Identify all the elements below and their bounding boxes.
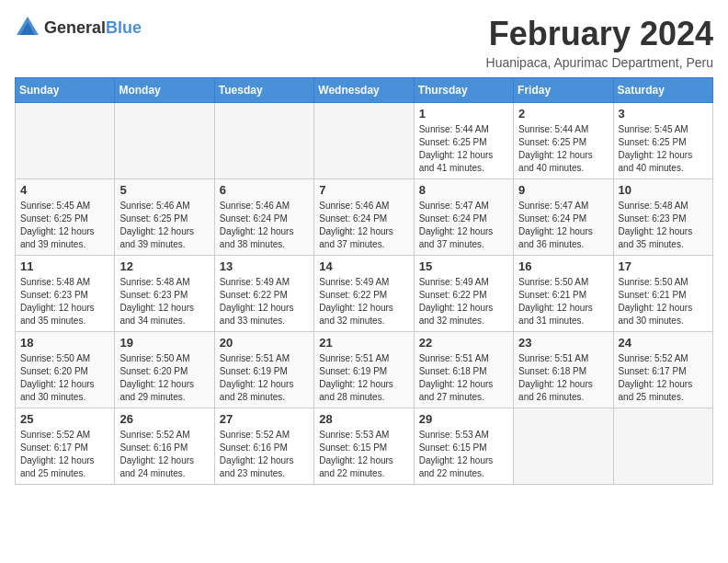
day-info: Sunrise: 5:45 AM Sunset: 6:25 PM Dayligh… — [619, 123, 708, 175]
calendar-cell — [314, 103, 414, 179]
day-number: 25 — [20, 412, 109, 426]
day-number: 4 — [20, 183, 109, 197]
month-title: February 2024 — [486, 15, 713, 53]
day-info: Sunrise: 5:44 AM Sunset: 6:25 PM Dayligh… — [419, 123, 508, 175]
calendar-cell — [613, 408, 712, 485]
week-row-2: 4Sunrise: 5:45 AM Sunset: 6:25 PM Daylig… — [16, 179, 713, 256]
weekday-header-tuesday: Tuesday — [214, 78, 313, 103]
calendar-table: SundayMondayTuesdayWednesdayThursdayFrid… — [15, 77, 713, 485]
calendar-cell — [16, 103, 115, 179]
calendar-cell: 18Sunrise: 5:50 AM Sunset: 6:20 PM Dayli… — [16, 332, 115, 408]
day-number: 5 — [119, 183, 209, 197]
day-info: Sunrise: 5:51 AM Sunset: 6:19 PM Dayligh… — [220, 352, 309, 404]
day-number: 26 — [119, 412, 209, 426]
calendar-cell: 15Sunrise: 5:49 AM Sunset: 6:22 PM Dayli… — [414, 256, 513, 332]
calendar-header: SundayMondayTuesdayWednesdayThursdayFrid… — [16, 78, 713, 103]
day-info: Sunrise: 5:48 AM Sunset: 6:23 PM Dayligh… — [119, 276, 209, 327]
calendar-cell — [115, 103, 214, 179]
calendar-cell — [514, 408, 613, 485]
day-number: 6 — [220, 183, 309, 197]
day-info: Sunrise: 5:47 AM Sunset: 6:24 PM Dayligh… — [419, 200, 508, 251]
title-block: February 2024 Huanipaca, Apurimac Depart… — [486, 15, 713, 70]
day-number: 8 — [419, 183, 508, 197]
day-number: 20 — [220, 336, 309, 350]
weekday-header-thursday: Thursday — [414, 78, 513, 103]
day-number: 14 — [319, 259, 408, 273]
day-info: Sunrise: 5:49 AM Sunset: 6:22 PM Dayligh… — [220, 276, 309, 327]
day-info: Sunrise: 5:45 AM Sunset: 6:25 PM Dayligh… — [20, 200, 109, 251]
day-number: 23 — [518, 336, 608, 350]
day-number: 1 — [419, 107, 508, 121]
day-info: Sunrise: 5:50 AM Sunset: 6:20 PM Dayligh… — [119, 352, 209, 404]
day-info: Sunrise: 5:47 AM Sunset: 6:24 PM Dayligh… — [518, 200, 608, 251]
day-info: Sunrise: 5:50 AM Sunset: 6:20 PM Dayligh… — [20, 352, 109, 404]
week-row-3: 11Sunrise: 5:48 AM Sunset: 6:23 PM Dayli… — [16, 256, 713, 332]
calendar-cell: 1Sunrise: 5:44 AM Sunset: 6:25 PM Daylig… — [414, 103, 513, 179]
calendar-cell: 27Sunrise: 5:52 AM Sunset: 6:16 PM Dayli… — [214, 408, 313, 485]
day-info: Sunrise: 5:52 AM Sunset: 6:17 PM Dayligh… — [619, 352, 708, 404]
weekday-header-saturday: Saturday — [613, 78, 712, 103]
day-number: 7 — [319, 183, 408, 197]
day-info: Sunrise: 5:51 AM Sunset: 6:18 PM Dayligh… — [419, 352, 508, 404]
week-row-4: 18Sunrise: 5:50 AM Sunset: 6:20 PM Dayli… — [16, 332, 713, 408]
calendar-cell: 5Sunrise: 5:46 AM Sunset: 6:25 PM Daylig… — [115, 179, 214, 256]
calendar-cell — [214, 103, 313, 179]
calendar-cell: 19Sunrise: 5:50 AM Sunset: 6:20 PM Dayli… — [115, 332, 214, 408]
calendar-cell: 2Sunrise: 5:44 AM Sunset: 6:25 PM Daylig… — [514, 103, 613, 179]
calendar-body: 1Sunrise: 5:44 AM Sunset: 6:25 PM Daylig… — [16, 103, 713, 485]
calendar-cell: 29Sunrise: 5:53 AM Sunset: 6:15 PM Dayli… — [414, 408, 513, 485]
calendar-cell: 11Sunrise: 5:48 AM Sunset: 6:23 PM Dayli… — [16, 256, 115, 332]
day-info: Sunrise: 5:50 AM Sunset: 6:21 PM Dayligh… — [619, 276, 708, 327]
day-number: 9 — [518, 183, 608, 197]
calendar-cell: 14Sunrise: 5:49 AM Sunset: 6:22 PM Dayli… — [314, 256, 414, 332]
day-info: Sunrise: 5:46 AM Sunset: 6:25 PM Dayligh… — [119, 200, 209, 251]
day-number: 3 — [619, 107, 708, 121]
weekday-header-row: SundayMondayTuesdayWednesdayThursdayFrid… — [16, 78, 713, 103]
calendar-cell: 17Sunrise: 5:50 AM Sunset: 6:21 PM Dayli… — [613, 256, 712, 332]
calendar-cell: 6Sunrise: 5:46 AM Sunset: 6:24 PM Daylig… — [214, 179, 313, 256]
page-header: GeneralBlue February 2024 Huanipaca, Apu… — [15, 15, 713, 70]
calendar-cell: 24Sunrise: 5:52 AM Sunset: 6:17 PM Dayli… — [613, 332, 712, 408]
day-number: 24 — [619, 336, 708, 350]
weekday-header-monday: Monday — [115, 78, 214, 103]
weekday-header-sunday: Sunday — [16, 78, 115, 103]
calendar-cell: 13Sunrise: 5:49 AM Sunset: 6:22 PM Dayli… — [214, 256, 313, 332]
calendar-cell: 23Sunrise: 5:51 AM Sunset: 6:18 PM Dayli… — [514, 332, 613, 408]
week-row-1: 1Sunrise: 5:44 AM Sunset: 6:25 PM Daylig… — [16, 103, 713, 179]
day-info: Sunrise: 5:53 AM Sunset: 6:15 PM Dayligh… — [319, 429, 408, 480]
day-number: 2 — [518, 107, 608, 121]
day-info: Sunrise: 5:53 AM Sunset: 6:15 PM Dayligh… — [419, 429, 508, 480]
day-number: 15 — [419, 259, 508, 273]
day-number: 13 — [220, 259, 309, 273]
calendar-cell: 26Sunrise: 5:52 AM Sunset: 6:16 PM Dayli… — [115, 408, 214, 485]
day-number: 16 — [518, 259, 608, 273]
logo-icon — [15, 15, 40, 40]
day-number: 18 — [20, 336, 109, 350]
location-subtitle: Huanipaca, Apurimac Department, Peru — [486, 55, 713, 70]
day-number: 22 — [419, 336, 508, 350]
day-info: Sunrise: 5:51 AM Sunset: 6:19 PM Dayligh… — [319, 352, 408, 404]
day-info: Sunrise: 5:44 AM Sunset: 6:25 PM Dayligh… — [518, 123, 608, 175]
day-number: 27 — [220, 412, 309, 426]
day-number: 29 — [419, 412, 508, 426]
calendar-cell: 21Sunrise: 5:51 AM Sunset: 6:19 PM Dayli… — [314, 332, 414, 408]
weekday-header-wednesday: Wednesday — [314, 78, 414, 103]
day-number: 17 — [619, 259, 708, 273]
calendar-cell: 16Sunrise: 5:50 AM Sunset: 6:21 PM Dayli… — [514, 256, 613, 332]
day-info: Sunrise: 5:49 AM Sunset: 6:22 PM Dayligh… — [319, 276, 408, 327]
day-info: Sunrise: 5:52 AM Sunset: 6:16 PM Dayligh… — [220, 429, 309, 480]
calendar-cell: 7Sunrise: 5:46 AM Sunset: 6:24 PM Daylig… — [314, 179, 414, 256]
logo-general: General — [44, 18, 106, 37]
day-info: Sunrise: 5:52 AM Sunset: 6:16 PM Dayligh… — [119, 429, 209, 480]
calendar-cell: 3Sunrise: 5:45 AM Sunset: 6:25 PM Daylig… — [613, 103, 712, 179]
day-number: 10 — [619, 183, 708, 197]
week-row-5: 25Sunrise: 5:52 AM Sunset: 6:17 PM Dayli… — [16, 408, 713, 485]
calendar-cell: 4Sunrise: 5:45 AM Sunset: 6:25 PM Daylig… — [16, 179, 115, 256]
calendar-cell: 12Sunrise: 5:48 AM Sunset: 6:23 PM Dayli… — [115, 256, 214, 332]
day-number: 11 — [20, 259, 109, 273]
calendar-cell: 8Sunrise: 5:47 AM Sunset: 6:24 PM Daylig… — [414, 179, 513, 256]
calendar-cell: 10Sunrise: 5:48 AM Sunset: 6:23 PM Dayli… — [613, 179, 712, 256]
logo: GeneralBlue — [15, 15, 142, 40]
logo-blue: Blue — [106, 18, 142, 37]
calendar-cell: 20Sunrise: 5:51 AM Sunset: 6:19 PM Dayli… — [214, 332, 313, 408]
